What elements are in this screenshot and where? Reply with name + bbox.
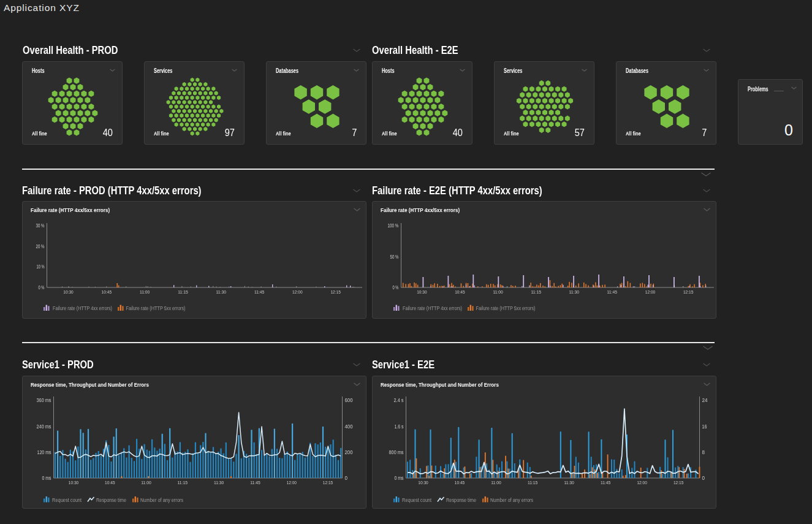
svg-text:11:00: 11:00 [491, 480, 501, 485]
svg-text:Number of any errors: Number of any errors [490, 496, 533, 503]
svg-text:0: 0 [345, 475, 348, 481]
svg-text:Failure rate (HTTP 5xx errors): Failure rate (HTTP 5xx errors) [476, 305, 536, 311]
svg-text:11:30: 11:30 [569, 289, 580, 295]
svg-text:10:30: 10:30 [63, 289, 74, 295]
svg-text:800 ms: 800 ms [389, 449, 404, 455]
svg-text:11:45: 11:45 [601, 480, 611, 485]
svg-text:400: 400 [345, 423, 353, 430]
svg-text:360 ms: 360 ms [37, 397, 51, 403]
svg-text:30 %: 30 % [36, 222, 45, 229]
svg-text:11:45: 11:45 [250, 480, 260, 485]
svg-text:11:15: 11:15 [528, 480, 538, 485]
svg-text:2.4 s: 2.4 s [394, 397, 404, 403]
svg-text:12:15: 12:15 [323, 480, 333, 485]
svg-text:Number of any errors: Number of any errors [140, 496, 183, 503]
svg-text:0 ms: 0 ms [42, 475, 51, 481]
svg-text:0 %: 0 % [393, 284, 399, 290]
svg-text:200: 200 [345, 449, 353, 455]
svg-text:12:00: 12:00 [645, 289, 656, 295]
svg-text:20 %: 20 % [36, 243, 45, 249]
svg-text:16: 16 [702, 423, 707, 430]
svg-text:Failure rate (HTTP 4xx errors): Failure rate (HTTP 4xx errors) [403, 305, 462, 311]
svg-text:600: 600 [345, 397, 353, 403]
svg-text:10:45: 10:45 [455, 289, 465, 295]
svg-text:1.6 s: 1.6 s [395, 423, 404, 430]
svg-text:11:15: 11:15 [531, 289, 542, 295]
svg-text:11:15: 11:15 [178, 480, 188, 485]
svg-text:10:30: 10:30 [417, 289, 427, 295]
svg-text:Response time: Response time [446, 496, 476, 503]
svg-text:120 ms: 120 ms [37, 449, 51, 455]
svg-text:12:15: 12:15 [674, 480, 684, 485]
svg-text:24: 24 [702, 397, 708, 403]
svg-text:10:30: 10:30 [69, 480, 79, 485]
svg-text:Failure rate (HTTP 5xx errors): Failure rate (HTTP 5xx errors) [126, 305, 186, 311]
svg-text:11:30: 11:30 [214, 480, 224, 485]
svg-text:11:30: 11:30 [564, 480, 574, 485]
svg-text:100 %: 100 % [388, 222, 399, 229]
svg-text:11:00: 11:00 [140, 289, 150, 295]
svg-text:0: 0 [702, 475, 705, 481]
svg-text:11:00: 11:00 [141, 480, 151, 485]
svg-text:Request count: Request count [52, 496, 82, 503]
svg-text:10:45: 10:45 [102, 289, 112, 295]
svg-text:12:00: 12:00 [292, 289, 303, 295]
svg-text:12:00: 12:00 [287, 480, 297, 485]
svg-text:11:15: 11:15 [178, 289, 188, 295]
svg-text:11:45: 11:45 [254, 289, 265, 295]
svg-text:8: 8 [702, 449, 705, 455]
svg-text:12:15: 12:15 [683, 289, 694, 295]
svg-text:10:45: 10:45 [455, 480, 465, 485]
svg-text:Response time: Response time [96, 496, 126, 503]
svg-text:Request count: Request count [402, 496, 431, 503]
svg-text:240 ms: 240 ms [37, 423, 51, 430]
svg-text:10 %: 10 % [37, 264, 45, 270]
svg-text:12:00: 12:00 [637, 480, 647, 485]
svg-text:10:30: 10:30 [418, 480, 428, 485]
svg-text:50 %: 50 % [390, 254, 399, 260]
svg-text:Failure rate (HTTP 4xx errors): Failure rate (HTTP 4xx errors) [53, 305, 112, 311]
svg-text:12:15: 12:15 [330, 289, 341, 295]
svg-text:0 ms: 0 ms [395, 475, 404, 481]
svg-text:11:45: 11:45 [607, 289, 618, 295]
svg-text:10:45: 10:45 [105, 480, 115, 485]
svg-text:11:30: 11:30 [216, 289, 227, 295]
svg-text:11:00: 11:00 [493, 289, 503, 295]
svg-text:0 %: 0 % [39, 284, 45, 290]
